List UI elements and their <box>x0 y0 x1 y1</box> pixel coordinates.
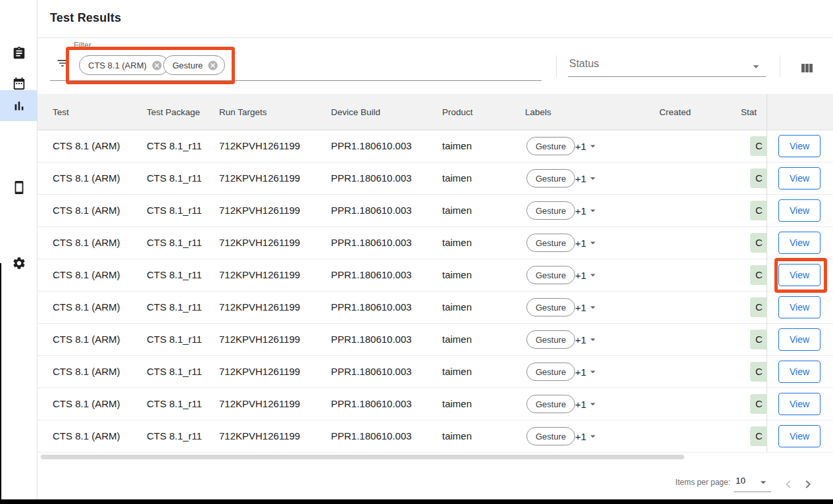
cell-test-package: CTS 8.1_r11 <box>147 259 202 291</box>
sidebar-item-test-plans[interactable] <box>0 38 38 68</box>
more-labels-dropdown[interactable]: +1 <box>575 356 599 388</box>
label-chip-text: Gesture <box>536 206 566 216</box>
view-button[interactable]: View <box>778 328 820 351</box>
filter-chip-gesture[interactable]: Gesture <box>163 55 225 75</box>
view-columns-icon <box>799 61 815 76</box>
dropdown-caret-icon <box>587 269 599 281</box>
cell-device-build: PPR1.180610.003 <box>331 356 412 388</box>
sidebar-item-settings[interactable] <box>0 248 38 278</box>
cell-run-targets: 712KPVH1261199 <box>219 259 300 291</box>
filter-input-underline[interactable] <box>50 80 542 81</box>
label-chip: Gesture <box>526 266 575 284</box>
sidebar-item-devices[interactable] <box>0 172 38 203</box>
cell-device-build: PPR1.180610.003 <box>331 195 412 226</box>
status-badge: C <box>750 362 767 382</box>
cell-test-package: CTS 8.1_r11 <box>147 420 202 452</box>
table-row: CTS 8.1 (ARM) CTS 8.1_r11 712KPVH1261199… <box>38 130 833 163</box>
filter-chip-label: Gesture <box>172 61 203 70</box>
table-row: CTS 8.1 (ARM) CTS 8.1_r11 712KPVH1261199… <box>38 291 833 324</box>
view-button[interactable]: View <box>778 232 820 254</box>
status-select-placeholder: Status <box>569 58 599 70</box>
cell-product: taimen <box>442 259 472 291</box>
view-button[interactable]: View <box>778 264 820 286</box>
more-labels-dropdown[interactable]: +1 <box>575 227 599 259</box>
view-button[interactable]: View <box>778 135 820 157</box>
table-body: CTS 8.1 (ARM) CTS 8.1_r11 712KPVH1261199… <box>38 130 833 453</box>
toolbar-divider <box>780 55 780 77</box>
cell-test-package: CTS 8.1_r11 <box>147 227 202 259</box>
more-labels-dropdown[interactable]: +1 <box>575 259 599 291</box>
cell-device-build: PPR1.180610.003 <box>331 388 412 420</box>
label-chip: Gesture <box>526 298 575 316</box>
view-button[interactable]: View <box>778 361 820 383</box>
more-labels-dropdown[interactable]: +1 <box>575 195 599 226</box>
status-badge-clip: C <box>750 426 767 446</box>
more-labels-dropdown[interactable]: +1 <box>575 291 599 323</box>
status-badge: C <box>750 297 767 317</box>
test-results-page: Test Results Filter CTS 8.1 (ARM) Gestur… <box>0 0 833 504</box>
label-chip-text: Gesture <box>536 141 566 151</box>
sidebar-item-test-results[interactable] <box>0 90 38 121</box>
view-button[interactable]: View <box>778 393 820 415</box>
more-labels-dropdown[interactable]: +1 <box>575 163 599 194</box>
cell-run-targets: 712KPVH1261199 <box>219 420 300 452</box>
dropdown-caret-icon <box>587 430 599 442</box>
cell-run-targets: 712KPVH1261199 <box>219 324 300 355</box>
table-header-row: Test Test Package Run Targets Device Bui… <box>38 94 833 130</box>
header-divider <box>38 38 833 38</box>
status-badge-clip: C <box>750 168 767 188</box>
table-row: CTS 8.1 (ARM) CTS 8.1_r11 712KPVH1261199… <box>38 195 833 227</box>
cancel-icon[interactable] <box>207 60 218 71</box>
column-settings-button[interactable] <box>799 61 815 76</box>
cell-test-package: CTS 8.1_r11 <box>147 163 202 194</box>
more-labels-count: +1 <box>575 238 586 249</box>
column-header-test: Test <box>53 94 69 130</box>
cell-device-build: PPR1.180610.003 <box>331 227 412 259</box>
items-per-page-select[interactable]: 10 <box>734 474 771 492</box>
cell-run-targets: 712KPVH1261199 <box>219 195 300 226</box>
chevron-down-icon <box>749 59 763 74</box>
previous-page-button[interactable] <box>780 476 796 492</box>
more-labels-count: +1 <box>575 302 586 313</box>
more-labels-count: +1 <box>575 270 586 281</box>
more-labels-dropdown[interactable]: +1 <box>575 324 599 355</box>
cell-test-package: CTS 8.1_r11 <box>147 388 202 420</box>
status-badge-clip: C <box>750 330 767 349</box>
column-header-test-package: Test Package <box>147 94 200 130</box>
filter-list-icon[interactable] <box>56 57 69 70</box>
cell-device-build: PPR1.180610.003 <box>331 324 412 355</box>
more-labels-count: +1 <box>575 431 586 442</box>
more-labels-dropdown[interactable]: +1 <box>575 420 599 452</box>
more-labels-count: +1 <box>575 173 586 184</box>
view-button[interactable]: View <box>778 425 820 447</box>
more-labels-dropdown[interactable]: +1 <box>575 130 599 162</box>
view-button[interactable]: View <box>778 167 820 189</box>
next-page-button[interactable] <box>800 476 816 492</box>
more-labels-count: +1 <box>575 205 586 216</box>
more-labels-dropdown[interactable]: +1 <box>575 388 599 420</box>
view-button[interactable]: View <box>778 296 820 318</box>
cell-product: taimen <box>442 195 472 226</box>
cell-test: CTS 8.1 (ARM) <box>53 163 120 194</box>
cell-device-build: PPR1.180610.003 <box>331 130 412 162</box>
horizontal-scrollbar[interactable] <box>41 455 684 459</box>
filter-chip-cts[interactable]: CTS 8.1 (ARM) <box>79 55 169 75</box>
cell-test: CTS 8.1 (ARM) <box>53 227 120 259</box>
cell-run-targets: 712KPVH1261199 <box>219 388 300 420</box>
cell-test-package: CTS 8.1_r11 <box>147 195 202 226</box>
more-labels-count: +1 <box>575 399 586 410</box>
view-button[interactable]: View <box>778 199 820 222</box>
cell-device-build: PPR1.180610.003 <box>331 163 412 194</box>
label-chip: Gesture <box>526 395 575 413</box>
cell-test-package: CTS 8.1_r11 <box>147 130 202 162</box>
table-row: CTS 8.1 (ARM) CTS 8.1_r11 712KPVH1261199… <box>38 163 833 195</box>
cancel-icon[interactable] <box>151 60 163 71</box>
cell-test: CTS 8.1 (ARM) <box>53 356 120 388</box>
test-results-table: Test Test Package Run Targets Device Bui… <box>38 94 833 453</box>
label-chip: Gesture <box>526 137 575 155</box>
cell-product: taimen <box>442 420 472 452</box>
status-select[interactable]: Status <box>568 55 766 77</box>
toolbar-divider <box>556 55 557 77</box>
window-frame-left <box>0 263 1 504</box>
calendar-icon <box>12 76 26 91</box>
